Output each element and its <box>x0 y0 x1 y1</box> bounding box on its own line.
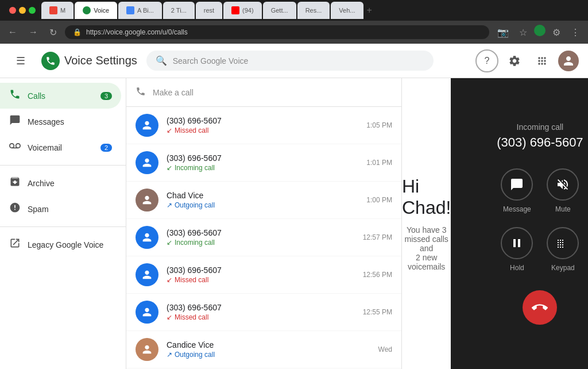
caller-name-5: (303) 696-5607 <box>167 266 358 275</box>
call-item-3[interactable]: Chad Vice ↗ Outgoing call 1:00 PM <box>126 182 401 219</box>
gmail-favicon <box>49 6 57 14</box>
missed-calls-text: You have 3 missed calls and <box>405 225 448 253</box>
mute-button[interactable]: Mute <box>547 168 579 213</box>
call-time-6: 12:55 PM <box>363 308 392 316</box>
call-type-4: ↙ Incoming call <box>167 239 358 247</box>
call-time-5: 12:56 PM <box>363 271 392 279</box>
search-icon: 🔍 <box>156 55 167 66</box>
incoming-call-panel: Incoming call (303) 696-5607 Message Mut… <box>451 78 588 369</box>
help-button[interactable]: ? <box>475 49 498 72</box>
window-maximize-dot[interactable] <box>29 7 36 14</box>
camera-icon[interactable]: 📷 <box>494 25 512 40</box>
voicemail-icon <box>9 140 21 155</box>
phone-icon <box>136 86 146 98</box>
profile-circle-icon[interactable] <box>534 25 546 36</box>
call-item-2[interactable]: (303) 696-5607 ↙ Incoming call 1:01 PM <box>126 144 401 182</box>
browser-tab-misc2[interactable]: 2 Ti... <box>163 2 195 19</box>
sidebar-item-legacy[interactable]: Legacy Google Voice <box>0 232 121 257</box>
call-info-6: (303) 696-5607 ↙ Missed call <box>167 303 358 321</box>
browser-tab-misc5[interactable]: Gett... <box>263 2 296 19</box>
browser-actions: 📷 ☆ ⚙ ⋮ <box>494 25 583 40</box>
call-type-6: ↙ Missed call <box>167 313 358 321</box>
call-type-7: ↗ Outgoing call <box>167 351 374 359</box>
hold-button[interactable]: Hold <box>501 227 533 272</box>
message-button[interactable]: Message <box>501 168 533 213</box>
voicemail-label: Voicemail <box>28 143 94 152</box>
call-time-1: 1:05 PM <box>366 121 392 129</box>
archive-label: Archive <box>28 179 112 188</box>
call-item-1[interactable]: (303) 696-5607 ↙ Missed call 1:05 PM <box>126 107 401 144</box>
call-time-3: 1:00 PM <box>366 196 392 204</box>
sidebar-item-spam[interactable]: Spam <box>0 196 121 222</box>
call-list: Make a call (303) 696-5607 ↙ Missed call… <box>126 78 402 369</box>
search-input[interactable] <box>173 56 424 66</box>
refresh-button[interactable]: ↻ <box>46 25 60 40</box>
caller-name-1: (303) 696-5607 <box>167 116 362 125</box>
caller-name-2: (303) 696-5607 <box>167 153 362 163</box>
message-label: Message <box>503 205 531 213</box>
caller-avatar-7 <box>136 338 158 361</box>
call-info-3: Chad Vice ↗ Outgoing call <box>167 191 362 209</box>
lock-icon: 🔒 <box>73 28 82 36</box>
call-type-2: ↙ Incoming call <box>167 164 362 172</box>
misc-favicon-1 <box>126 6 134 14</box>
keypad-button[interactable]: Keypad <box>547 227 579 272</box>
sub-message-text: You have 3 missed calls and 2 new voicem… <box>402 225 451 271</box>
window-close-dot[interactable] <box>9 7 16 14</box>
search-bar[interactable]: 🔍 <box>146 51 434 71</box>
middle-panel: Hi Chad! You have 3 missed calls and 2 n… <box>402 78 451 369</box>
sidebar-item-archive[interactable]: Archive <box>0 170 121 196</box>
browser-tab-voice[interactable]: Voice <box>75 2 117 19</box>
app-window: ☰ Voice Settings 🔍 ? <box>0 44 588 369</box>
call-type-icon-6: ↙ <box>167 313 172 321</box>
browser-tab-misc1[interactable]: A Bi... <box>118 2 162 19</box>
more-options-icon[interactable]: ⋮ <box>567 25 583 40</box>
spam-icon <box>9 202 21 216</box>
settings-button[interactable] <box>503 49 526 72</box>
call-type-5: ↙ Missed call <box>167 276 358 284</box>
menu-button[interactable]: ☰ <box>9 49 32 72</box>
call-item-4[interactable]: (303) 696-5607 ↙ Incoming call 12:57 PM <box>126 219 401 256</box>
new-tab-button[interactable]: + <box>367 6 372 15</box>
browser-tab-bar: M Voice A Bi... 2 Ti... rest (94) Gett..… <box>0 0 588 21</box>
spam-label: Spam <box>28 205 112 214</box>
call-type-icon-3: ↗ <box>167 201 172 209</box>
forward-button[interactable]: → <box>25 25 41 40</box>
sidebar-item-calls[interactable]: Calls 3 <box>0 83 121 109</box>
legacy-label: Legacy Google Voice <box>28 240 112 249</box>
mute-circle <box>547 168 579 201</box>
hold-circle <box>501 227 533 259</box>
call-type-icon-2: ↙ <box>167 164 172 172</box>
sidebar-item-messages[interactable]: Messages <box>0 109 121 134</box>
caller-avatar-4 <box>136 226 158 249</box>
call-type-icon-7: ↗ <box>167 351 172 359</box>
browser-tab-misc4[interactable]: (94) <box>223 2 262 19</box>
make-call-row[interactable]: Make a call <box>126 78 401 107</box>
apps-button[interactable] <box>531 49 554 72</box>
back-button[interactable]: ← <box>5 25 21 40</box>
voice-logo[interactable]: Voice Settings <box>41 52 137 70</box>
user-avatar[interactable] <box>558 51 579 71</box>
legacy-icon <box>9 237 21 252</box>
calls-badge: 3 <box>100 92 112 100</box>
extensions-icon[interactable]: ⚙ <box>549 25 564 40</box>
caller-name-7: Candice Vice <box>167 340 374 349</box>
window-minimize-dot[interactable] <box>19 7 26 14</box>
call-item-5[interactable]: (303) 696-5607 ↙ Missed call 12:56 PM <box>126 256 401 294</box>
voice-favicon <box>83 6 91 14</box>
end-call-button[interactable] <box>523 290 557 325</box>
bookmark-icon[interactable]: ☆ <box>516 25 531 40</box>
browser-tab-misc3[interactable]: rest <box>196 2 222 19</box>
caller-avatar-5 <box>136 263 158 286</box>
call-item-6[interactable]: (303) 696-5607 ↙ Missed call 12:55 PM <box>126 294 401 331</box>
incoming-call-number: (303) 696-5607 <box>497 135 583 150</box>
mute-label: Mute <box>555 205 571 213</box>
browser-tab-gmail[interactable]: M <box>41 2 74 19</box>
call-type-1: ↙ Missed call <box>167 126 362 134</box>
address-bar[interactable]: 🔒 https://voice.google.com/u/0/calls <box>65 25 489 39</box>
sidebar-item-voicemail[interactable]: Voicemail 2 <box>0 134 121 160</box>
call-item-7[interactable]: Candice Vice ↗ Outgoing call Wed <box>126 331 401 368</box>
sidebar: Calls 3 Messages Voicemail 2 <box>0 78 126 369</box>
browser-tab-misc6[interactable]: Res... <box>297 2 330 19</box>
browser-tab-misc7[interactable]: Veh... <box>331 2 363 19</box>
